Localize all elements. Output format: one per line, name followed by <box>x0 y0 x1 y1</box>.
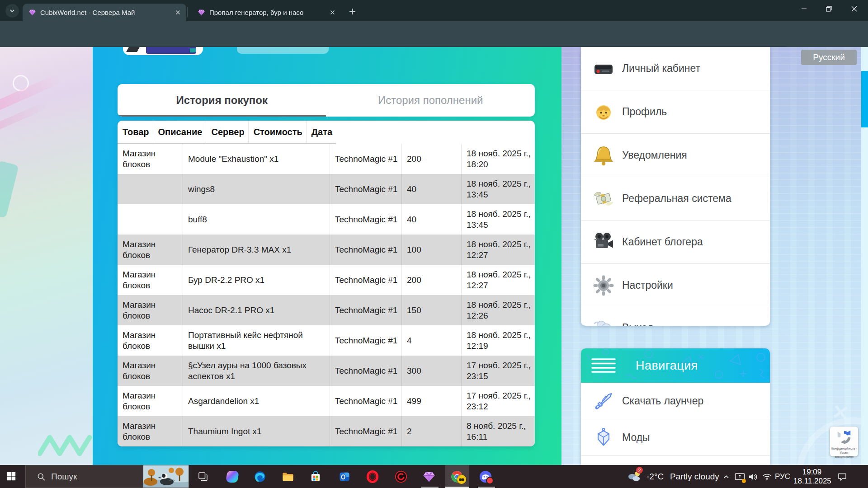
cell-date: 17 нояб. 2025 г., 23:12 <box>462 386 535 416</box>
outlook-button[interactable] <box>337 469 352 484</box>
cell-description: Генератор DR-3.3 MAX x1 <box>183 235 330 265</box>
cell-description: buff8 <box>183 204 330 235</box>
copilot-button[interactable] <box>225 469 240 484</box>
account-menu-item[interactable]: Кабинет блогера <box>581 221 770 264</box>
restore-icon <box>826 6 832 12</box>
wifi-button[interactable] <box>760 469 773 484</box>
navigation-item[interactable]: Моды <box>581 419 770 456</box>
cell-server: TechnoMagic #1 <box>330 325 402 356</box>
account-menu-card: Личный кабинет Профиль Уведомления Рефер… <box>581 47 770 326</box>
booster-icon <box>395 470 407 483</box>
scrollbar-thumb[interactable] <box>861 71 868 127</box>
taskbar-search[interactable]: Пошук <box>25 465 189 488</box>
tab-close-button[interactable] <box>328 9 336 17</box>
page-content: ✕ История покупок История пополнений Тов… <box>0 47 868 465</box>
edge-button[interactable] <box>252 469 268 484</box>
weather-condition[interactable]: Partly cloudy <box>670 472 719 482</box>
notification-badge <box>486 477 494 484</box>
action-center-button[interactable] <box>835 469 850 484</box>
cell-description: Бур DR-2.2 PRO x1 <box>183 265 330 295</box>
tab-close-button[interactable] <box>174 9 182 17</box>
clock-time: 19:09 <box>793 468 830 477</box>
recaptcha-icon <box>835 428 853 446</box>
start-button[interactable] <box>6 471 17 482</box>
menu-item-label: Уведомления <box>622 149 687 161</box>
driver-booster-button[interactable] <box>393 469 409 484</box>
volume-button[interactable] <box>747 469 760 484</box>
close-icon <box>330 10 335 15</box>
tab-topup-history[interactable]: История пополнений <box>326 84 535 117</box>
cell-cost: 100 <box>402 235 462 265</box>
chrome-button[interactable] <box>449 469 465 484</box>
ms-store-button[interactable] <box>308 469 323 484</box>
screen: CubixWorld.net - Сервера Май Пропал гене… <box>0 0 868 488</box>
left-background <box>0 47 93 465</box>
cell-product: Магазин блоков <box>118 386 183 416</box>
site-favicon <box>198 9 205 16</box>
account-menu-item[interactable]: Настройки <box>581 264 770 307</box>
tab-search-button[interactable] <box>5 4 19 18</box>
browser-tab-inactive[interactable]: Пропал генератор, бур и насо <box>192 4 341 21</box>
bell-icon <box>593 145 614 166</box>
window-minimize-button[interactable] <box>793 0 814 17</box>
folder-icon <box>282 470 294 483</box>
cell-product: Магазин блоков <box>118 295 183 325</box>
cell-product: Магазин блоков <box>118 235 183 265</box>
cell-description: Asgardandelion x1 <box>183 386 330 416</box>
menu-item-label: Кабинет блогера <box>622 236 703 248</box>
edge-icon <box>254 470 266 483</box>
table-row: wings8 TechnoMagic #1 40 18 нояб. 2025 г… <box>118 174 535 204</box>
input-language-button[interactable]: РУС <box>775 472 790 481</box>
table-header-cell: Дата <box>307 121 336 144</box>
opera-button[interactable] <box>365 469 380 484</box>
nav-item-label: Скачать лаунчер <box>622 395 703 407</box>
weather-badge: 2 <box>636 467 643 474</box>
display-tray-button[interactable] <box>733 469 746 484</box>
browser-tab-active[interactable]: CubixWorld.net - Сервера Май <box>23 4 186 21</box>
navigation-title: Навигация <box>636 359 698 373</box>
browser-tabstrip: CubixWorld.net - Сервера Май Пропал гене… <box>0 0 868 21</box>
navigation-item[interactable]: Скачать лаунчер <box>581 383 770 419</box>
man-icon <box>593 101 614 123</box>
cell-description: §cУзел ауры на 1000 базовых аспектов x1 <box>183 356 330 386</box>
gem-outline-icon <box>594 427 613 447</box>
task-view-button[interactable] <box>195 469 211 484</box>
weather-temp[interactable]: -2°C <box>646 472 664 482</box>
cell-date: 18 нояб. 2025 г., 12:26 <box>462 295 535 325</box>
menu-item-label: Реферальная система <box>622 192 731 205</box>
search-highlight-image[interactable] <box>143 465 189 488</box>
clock[interactable]: 19:09 18.11.2025 <box>793 468 830 485</box>
discord-button[interactable] <box>478 469 493 484</box>
recaptcha-badge[interactable]: Конфіденційність · Умови використання <box>830 427 858 456</box>
weather-button[interactable]: 2 <box>627 468 642 483</box>
cubix-launcher-button[interactable] <box>421 469 437 484</box>
cell-description: Портативный кейс нефтяной вышки x1 <box>183 325 330 356</box>
window-close-button[interactable] <box>844 0 864 17</box>
account-menu-item[interactable]: Личный кабинет <box>581 47 770 90</box>
store-icon <box>310 471 321 483</box>
cell-date: 18 нояб. 2025 г., 13:45 <box>462 204 535 235</box>
language-button[interactable]: Русский <box>801 50 857 65</box>
outlook-icon <box>338 470 351 483</box>
navigation-item[interactable] <box>581 456 770 465</box>
action-center-icon <box>838 473 847 481</box>
file-explorer-button[interactable] <box>280 469 296 484</box>
account-menu-item[interactable]: Выход <box>581 307 770 326</box>
plus-icon <box>349 8 356 15</box>
page-scrollbar[interactable] <box>861 47 868 465</box>
cell-date: 8 нояб. 2025 г., 16:11 <box>462 416 535 446</box>
account-menu-item[interactable]: Профиль <box>581 90 770 134</box>
movie-camera-icon <box>593 231 614 253</box>
tab-purchase-history[interactable]: История покупок <box>118 84 326 117</box>
account-menu-item[interactable]: Реферальная система <box>581 177 770 221</box>
cell-date: 18 нояб. 2025 г., 12:27 <box>462 235 535 265</box>
wind-icon <box>593 317 614 326</box>
windows-logo-icon <box>6 471 17 481</box>
cell-server: TechnoMagic #1 <box>330 386 402 416</box>
new-tab-button[interactable] <box>346 5 358 17</box>
table-row: Магазин блоков Бур DR-2.2 PRO x1 TechnoM… <box>118 265 535 295</box>
account-menu-item[interactable]: Уведомления <box>581 134 770 177</box>
window-restore-button[interactable] <box>818 0 839 17</box>
cell-product: Магазин блоков <box>118 356 183 386</box>
tray-expand-button[interactable] <box>721 469 731 484</box>
